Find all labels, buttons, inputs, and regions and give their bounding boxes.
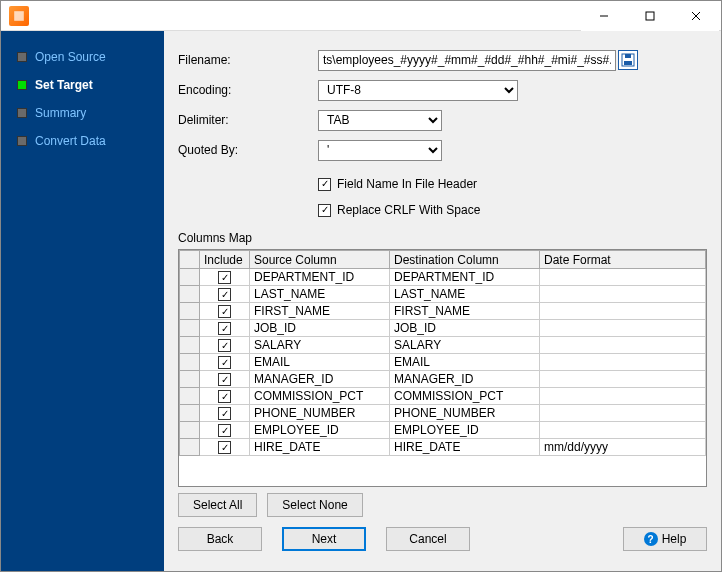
next-button[interactable]: Next [282, 527, 366, 551]
field-header-checkbox[interactable] [318, 178, 331, 191]
include-checkbox[interactable] [218, 339, 231, 352]
destination-header[interactable]: Destination Column [390, 251, 540, 269]
include-cell[interactable] [200, 286, 250, 303]
source-cell[interactable]: PHONE_NUMBER [250, 405, 390, 422]
table-row[interactable]: COMMISSION_PCTCOMMISSION_PCT [180, 388, 706, 405]
include-header[interactable]: Include [200, 251, 250, 269]
destination-cell[interactable]: SALARY [390, 337, 540, 354]
include-checkbox[interactable] [218, 271, 231, 284]
maximize-button[interactable] [627, 1, 673, 31]
include-cell[interactable] [200, 354, 250, 371]
help-button[interactable]: ? Help [623, 527, 707, 551]
row-header[interactable] [180, 303, 200, 320]
source-cell[interactable]: EMPLOYEE_ID [250, 422, 390, 439]
row-header[interactable] [180, 422, 200, 439]
date-format-cell[interactable] [540, 371, 706, 388]
date-format-cell[interactable] [540, 269, 706, 286]
sidebar-item-open-source[interactable]: Open Source [1, 43, 164, 71]
include-cell[interactable] [200, 320, 250, 337]
source-cell[interactable]: LAST_NAME [250, 286, 390, 303]
include-cell[interactable] [200, 269, 250, 286]
date-format-cell[interactable] [540, 405, 706, 422]
table-row[interactable]: EMAILEMAIL [180, 354, 706, 371]
date-format-cell[interactable] [540, 286, 706, 303]
date-format-cell[interactable] [540, 388, 706, 405]
destination-cell[interactable]: EMAIL [390, 354, 540, 371]
sidebar-item-summary[interactable]: Summary [1, 99, 164, 127]
include-checkbox[interactable] [218, 373, 231, 386]
row-header[interactable] [180, 371, 200, 388]
destination-cell[interactable]: COMMISSION_PCT [390, 388, 540, 405]
encoding-select[interactable]: UTF-8 [318, 80, 518, 101]
quoted-select[interactable]: ' [318, 140, 442, 161]
include-checkbox[interactable] [218, 424, 231, 437]
date-format-cell[interactable] [540, 337, 706, 354]
row-header[interactable] [180, 337, 200, 354]
source-cell[interactable]: COMMISSION_PCT [250, 388, 390, 405]
source-cell[interactable]: DEPARTMENT_ID [250, 269, 390, 286]
source-cell[interactable]: JOB_ID [250, 320, 390, 337]
destination-cell[interactable]: FIRST_NAME [390, 303, 540, 320]
replace-crlf-checkbox[interactable] [318, 204, 331, 217]
include-checkbox[interactable] [218, 441, 231, 454]
source-cell[interactable]: MANAGER_ID [250, 371, 390, 388]
source-cell[interactable]: FIRST_NAME [250, 303, 390, 320]
destination-cell[interactable]: JOB_ID [390, 320, 540, 337]
include-cell[interactable] [200, 303, 250, 320]
date-format-header[interactable]: Date Format [540, 251, 706, 269]
date-format-cell[interactable] [540, 422, 706, 439]
source-cell[interactable]: HIRE_DATE [250, 439, 390, 456]
row-header[interactable] [180, 388, 200, 405]
row-header[interactable] [180, 354, 200, 371]
table-row[interactable]: LAST_NAMELAST_NAME [180, 286, 706, 303]
include-checkbox[interactable] [218, 322, 231, 335]
delimiter-select[interactable]: TAB [318, 110, 442, 131]
destination-cell[interactable]: PHONE_NUMBER [390, 405, 540, 422]
row-header[interactable] [180, 439, 200, 456]
sidebar-item-convert-data[interactable]: Convert Data [1, 127, 164, 155]
table-row[interactable]: EMPLOYEE_IDEMPLOYEE_ID [180, 422, 706, 439]
date-format-cell[interactable]: mm/dd/yyyy [540, 439, 706, 456]
source-header[interactable]: Source Column [250, 251, 390, 269]
filename-input[interactable] [318, 50, 616, 71]
include-checkbox[interactable] [218, 356, 231, 369]
include-cell[interactable] [200, 439, 250, 456]
table-row[interactable]: MANAGER_IDMANAGER_ID [180, 371, 706, 388]
table-row[interactable]: DEPARTMENT_IDDEPARTMENT_ID [180, 269, 706, 286]
table-row[interactable]: JOB_IDJOB_ID [180, 320, 706, 337]
select-none-button[interactable]: Select None [267, 493, 362, 517]
table-row[interactable]: SALARYSALARY [180, 337, 706, 354]
destination-cell[interactable]: EMPLOYEE_ID [390, 422, 540, 439]
row-header[interactable] [180, 320, 200, 337]
include-cell[interactable] [200, 371, 250, 388]
select-all-button[interactable]: Select All [178, 493, 257, 517]
include-checkbox[interactable] [218, 407, 231, 420]
row-header[interactable] [180, 286, 200, 303]
date-format-cell[interactable] [540, 303, 706, 320]
sidebar-item-set-target[interactable]: Set Target [1, 71, 164, 99]
table-row[interactable]: FIRST_NAMEFIRST_NAME [180, 303, 706, 320]
include-checkbox[interactable] [218, 390, 231, 403]
date-format-cell[interactable] [540, 320, 706, 337]
close-button[interactable] [673, 1, 719, 31]
cancel-button[interactable]: Cancel [386, 527, 470, 551]
include-checkbox[interactable] [218, 305, 231, 318]
table-row[interactable]: PHONE_NUMBERPHONE_NUMBER [180, 405, 706, 422]
browse-button[interactable] [618, 50, 638, 70]
include-cell[interactable] [200, 388, 250, 405]
minimize-button[interactable] [581, 1, 627, 31]
include-checkbox[interactable] [218, 288, 231, 301]
destination-cell[interactable]: DEPARTMENT_ID [390, 269, 540, 286]
row-header[interactable] [180, 405, 200, 422]
date-format-cell[interactable] [540, 354, 706, 371]
source-cell[interactable]: EMAIL [250, 354, 390, 371]
include-cell[interactable] [200, 405, 250, 422]
source-cell[interactable]: SALARY [250, 337, 390, 354]
include-cell[interactable] [200, 337, 250, 354]
back-button[interactable]: Back [178, 527, 262, 551]
destination-cell[interactable]: MANAGER_ID [390, 371, 540, 388]
destination-cell[interactable]: LAST_NAME [390, 286, 540, 303]
row-header[interactable] [180, 269, 200, 286]
table-row[interactable]: HIRE_DATEHIRE_DATEmm/dd/yyyy [180, 439, 706, 456]
destination-cell[interactable]: HIRE_DATE [390, 439, 540, 456]
